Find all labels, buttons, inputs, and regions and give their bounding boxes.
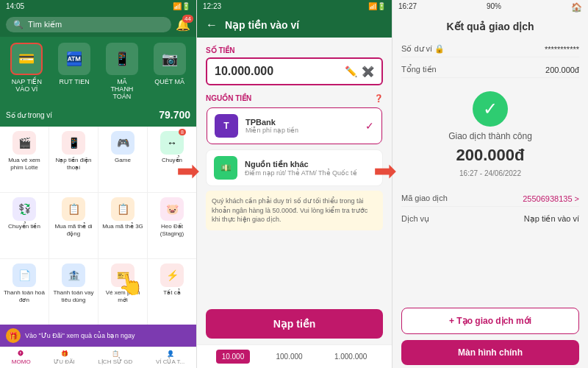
s2-header-title: Nạp tiền vào ví	[225, 19, 299, 31]
lich-su-icon: 📋	[112, 350, 119, 357]
qa-100k[interactable]: 100.000	[270, 350, 308, 364]
grid-item[interactable]: 🎫 Vé xem phim mới	[98, 259, 147, 325]
s2-status-icons: 📶🔋	[368, 2, 386, 10]
grid-label: Heo Đất (Staging)	[149, 223, 195, 237]
search-bar[interactable]: 🔍 Tìm kiếm	[6, 17, 171, 32]
nap-tien-label: NAP TIỀNVÀO VÍ	[12, 78, 42, 93]
screen2: 12:23 📶🔋 ← Nạp tiền vào ví SỐ TIỀN 10.00…	[196, 0, 392, 368]
khac-sub: Điểm nạp rút/ Thẻ ATM/ Thẻ Quốc tế	[245, 169, 375, 177]
grid-item[interactable]: 📱 Nạp tiền điện thoại	[49, 127, 98, 192]
dich-vu-row: Dịch vụ Nạp tiền vào ví	[401, 211, 579, 227]
tpbank-sub: Miễn phí nạp tiền	[245, 127, 358, 134]
grid-badge: 8	[179, 129, 186, 135]
qa-10k[interactable]: 10.000	[216, 350, 251, 364]
tpbank-name: TPBank	[245, 118, 358, 127]
nap-tien-button[interactable]: Nạp tiền	[206, 309, 383, 339]
grid-item[interactable]: 🎮 Game	[98, 127, 147, 192]
balance-label: Số dư trong ví	[6, 111, 52, 119]
grid-label: Mua vé xem phim Lotte	[1, 157, 47, 171]
source-tpbank[interactable]: T TPBank Miễn phí nạp tiền ✓	[206, 107, 383, 145]
grid-item[interactable]: 🏦 Thanh toán vay tiêu dùng	[49, 259, 98, 325]
action-quet-ma[interactable]: 📷 QUÉT MÃ	[149, 43, 190, 100]
momo-icon: 🅜	[18, 350, 24, 357]
s1-searchbar: 🔍 Tìm kiếm 🔔 44	[0, 13, 196, 37]
bell-badge: 44	[182, 15, 193, 23]
s3-statusbar: 16:27 90% 🏠	[392, 0, 588, 15]
s2-body: SỐ TIỀN 10.000.000 ✏️ ✖️ NGUỒN TIỀN ❓ T	[197, 38, 392, 303]
screen3: 16:27 90% 🏠 Kết quả giao dịch Số dư ví 🔒…	[392, 0, 588, 368]
vi-label: VÍ CỦA T...	[156, 358, 184, 365]
so-tien-input[interactable]: 10.000.000 ✏️ ✖️	[206, 57, 383, 85]
promo-bar[interactable]: 🎁 Vào "Ưu Đãi" xem quà của bạn ngay	[0, 325, 196, 347]
action-ma-thanh-toan[interactable]: 📱 MÃTHANH TOÁN	[101, 43, 143, 100]
nav-uu-dai[interactable]: 🎁 ƯU ĐÃI	[54, 350, 74, 365]
clear-icon[interactable]: ✖️	[362, 66, 374, 77]
grid-label: Nạp tiền điện thoại	[51, 157, 96, 171]
home-screen-button[interactable]: Màn hình chính	[401, 340, 579, 365]
nav-lich-su[interactable]: 📋 LỊCH SỬ GD	[98, 350, 132, 365]
grid-item[interactable]: 📋 Mua mã thẻ 3G	[98, 193, 147, 258]
ma-thanh-toan-label: MÃTHANH TOÁN	[101, 78, 143, 100]
promo-icon: 🎁	[6, 328, 21, 343]
ma-gd-value[interactable]: 25506938135 >	[523, 194, 579, 203]
ma-gd-row: Mã giao dịch 25506938135 >	[401, 191, 579, 207]
grid-icon: 🏦	[62, 263, 85, 287]
s2-back-icon[interactable]: ←	[206, 18, 218, 32]
qa-1m[interactable]: 1.000.000	[329, 350, 373, 364]
grid-item[interactable]: 🎬 Mua vé xem phim Lotte	[0, 127, 49, 192]
grid-item[interactable]: 📄 Thanh toán hoá đơn	[0, 259, 49, 325]
grid-label: Tất cả	[163, 289, 180, 297]
help-icon[interactable]: ❓	[374, 94, 383, 102]
s2-time: 12:23	[203, 2, 221, 10]
grid-icon: 📋	[62, 197, 85, 221]
so-tien-section: SỐ TIỀN 10.000.000 ✏️ ✖️	[206, 46, 383, 85]
s1-main-actions: 💳 NAP TIỀNVÀO VÍ 🏧 RUT TIEN 📱 MÃTHANH TO…	[0, 37, 196, 106]
grid-item[interactable]: 💱 Chuyển tiền	[0, 193, 49, 258]
grid-item[interactable]: 📋 Mua mã thẻ di động	[49, 193, 98, 258]
s3-time: 16:27	[398, 2, 417, 13]
new-transaction-button[interactable]: + Tạo giao dịch mới	[401, 308, 579, 334]
so-tien-label: SỐ TIỀN	[206, 46, 383, 54]
grid-label: Mua mã thẻ 3G	[102, 223, 143, 230]
grid-icon: 🎬	[12, 131, 36, 155]
edit-icon[interactable]: ✏️	[345, 66, 357, 77]
quet-ma-label: QUÉT MÃ	[154, 78, 184, 85]
tong-tien-value: 200.000đ	[545, 66, 579, 74]
action-rut-tien[interactable]: 🏧 RUT TIEN	[54, 43, 95, 100]
s1-time: 14:05	[6, 2, 24, 10]
khac-info: Nguồn tiền khác Điểm nạp rút/ Thẻ ATM/ T…	[245, 160, 375, 177]
grid-icon: 🐷	[160, 197, 184, 221]
grid-item[interactable]: ↔️ 8 Chuyển	[148, 127, 196, 192]
grid-label: Game	[115, 157, 131, 164]
grid-label: Vé xem phim mới	[100, 289, 146, 303]
dich-vu-label: Dịch vụ	[401, 214, 429, 224]
dich-vu-value: Nạp tiền vào ví	[524, 214, 579, 224]
ma-thanh-toan-icon: 📱	[106, 43, 138, 75]
grid-icon: 📋	[111, 197, 135, 221]
tpbank-item[interactable]: T TPBank Miễn phí nạp tiền ✓	[207, 107, 382, 144]
s2-statusbar: 12:23 📶🔋	[197, 0, 392, 13]
grid-item[interactable]: 🐷 Heo Đất (Staging)	[148, 193, 196, 258]
s1-bottom-nav: 🅜 MOMO 🎁 ƯU ĐÃI 📋 LỊCH SỬ GD 👤 VÍ CỦA T.…	[0, 347, 196, 368]
s3-home-icon[interactable]: 🏠	[571, 2, 582, 13]
khac-item[interactable]: 💵 Nguồn tiền khác Điểm nạp rút/ Thẻ ATM/…	[207, 150, 382, 185]
source-khac[interactable]: 💵 Nguồn tiền khác Điểm nạp rút/ Thẻ ATM/…	[206, 149, 383, 186]
uu-dai-icon: 🎁	[61, 350, 68, 357]
grid-icon: 🎫	[111, 263, 135, 287]
s1-grid: 🎬 Mua vé xem phim Lotte 📱 Nạp tiền điện …	[0, 127, 196, 325]
action-nap-tien[interactable]: 💳 NAP TIỀNVÀO VÍ	[6, 43, 47, 100]
bell-icon[interactable]: 🔔 44	[176, 18, 190, 32]
tpbank-logo: T	[215, 114, 238, 138]
notice-text: Quý khách cần phải duy trì số dư tối thi…	[206, 191, 383, 230]
s1-statusbar: 14:05 📶🔋	[0, 0, 196, 13]
grid-item[interactable]: ⚡ Tất cả	[148, 259, 196, 325]
grid-icon: ↔️ 8	[160, 131, 184, 155]
nav-vi[interactable]: 👤 VÍ CỦA T...	[156, 350, 184, 365]
search-placeholder: Tìm kiếm	[28, 20, 62, 29]
success-amount: 200.000đ	[456, 146, 525, 165]
grid-label: Thanh toán hoá đơn	[1, 289, 47, 303]
ma-gd-label: Mã giao dịch	[401, 194, 448, 203]
nguon-tien-section: NGUỒN TIỀN ❓ T TPBank Miễn phí nạp tiền …	[206, 94, 383, 230]
nav-momo[interactable]: 🅜 MOMO	[12, 350, 31, 365]
grid-icon: 💱	[12, 197, 36, 221]
